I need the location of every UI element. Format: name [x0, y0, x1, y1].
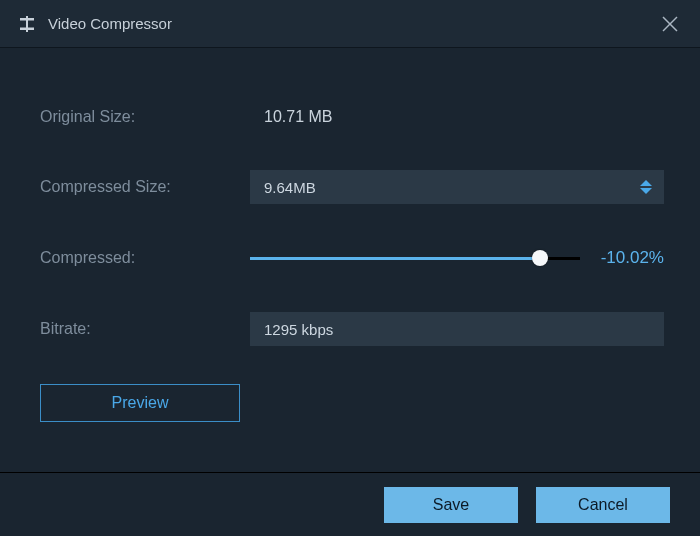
slider-track	[250, 257, 580, 260]
bitrate-label: Bitrate:	[40, 320, 250, 338]
content-area: Original Size: 10.71 MB Compressed Size:…	[0, 48, 700, 422]
original-size-row: Original Size: 10.71 MB	[40, 108, 664, 126]
slider-fill	[250, 257, 540, 260]
cancel-button-label: Cancel	[578, 496, 628, 514]
compressed-size-field[interactable]: 9.64MB	[250, 170, 664, 204]
cancel-button[interactable]: Cancel	[536, 487, 670, 523]
compressed-size-value: 9.64MB	[264, 179, 316, 196]
original-size-label: Original Size:	[40, 108, 250, 126]
save-button-label: Save	[433, 496, 469, 514]
compressed-row: Compressed: -10.02%	[40, 248, 664, 268]
bitrate-row: Bitrate: 1295 kbps	[40, 312, 664, 346]
preview-button[interactable]: Preview	[40, 384, 240, 422]
save-button[interactable]: Save	[384, 487, 518, 523]
app-icon	[18, 15, 36, 33]
window-title: Video Compressor	[48, 15, 656, 32]
footer: Save Cancel	[0, 472, 700, 536]
compression-slider[interactable]	[250, 249, 580, 267]
spinner-down-icon[interactable]	[640, 188, 652, 194]
preview-button-label: Preview	[112, 394, 169, 412]
original-size-value: 10.71 MB	[250, 108, 332, 126]
bitrate-value: 1295 kbps	[264, 321, 333, 338]
close-button[interactable]	[656, 10, 684, 38]
compressed-label: Compressed:	[40, 249, 250, 267]
compressed-size-label: Compressed Size:	[40, 178, 250, 196]
spinner-arrows	[640, 170, 658, 204]
svg-rect-2	[26, 16, 28, 32]
compressed-size-row: Compressed Size: 9.64MB	[40, 170, 664, 204]
title-bar: Video Compressor	[0, 0, 700, 48]
spinner-up-icon[interactable]	[640, 180, 652, 186]
close-icon	[661, 15, 679, 33]
bitrate-field[interactable]: 1295 kbps	[250, 312, 664, 346]
compressed-percent: -10.02%	[592, 248, 664, 268]
slider-thumb[interactable]	[532, 250, 548, 266]
